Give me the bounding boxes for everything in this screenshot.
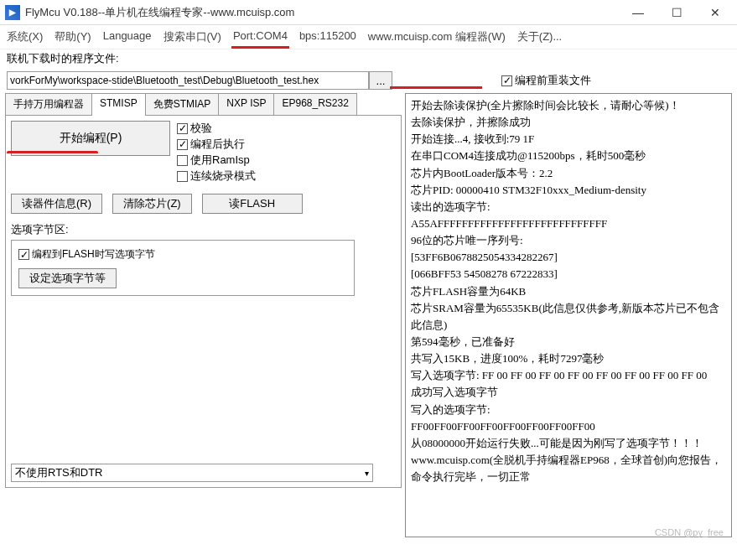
file-label: 联机下载时的程序文件: [0, 49, 737, 70]
log-line: 成功写入选项字节 [411, 384, 726, 401]
log-line: 开始连接...4, 接收到:79 1F [411, 131, 726, 148]
menu-language[interactable]: Language [103, 29, 152, 44]
tab-handheld[interactable]: 手持万用编程器 [5, 93, 92, 115]
checkmark-icon: ✓ [177, 139, 188, 150]
erase-chip-button[interactable]: 清除芯片(Z) [112, 194, 192, 214]
tab-nxpisp[interactable]: NXP ISP [218, 93, 274, 115]
log-output[interactable]: 开始去除读保护(全片擦除时间会比较长，请耐心等候)！ 去除读保护，并擦除成功 开… [405, 93, 732, 537]
browse-button[interactable]: ... [369, 71, 392, 90]
log-line: 写入的选项字节: [411, 402, 726, 418]
option-bytes-label: 选项字节区: [11, 222, 396, 237]
log-line: 96位的芯片唯一序列号: [411, 232, 726, 249]
use-ramisp-checkbox[interactable]: 使用RamIsp [177, 153, 256, 168]
window-title: FlyMcu V0.188--单片机在线编程专家--www.mcuisp.com [25, 5, 626, 20]
log-line: 芯片SRAM容量为65535KB(此信息仅供参考,新版本芯片已不包含此信息) [411, 300, 726, 334]
reinstall-checkbox[interactable]: ✓ 编程前重装文件 [501, 73, 591, 88]
write-option-bytes-checkbox[interactable]: ✓编程到FLASH时写选项字节 [18, 247, 347, 262]
menu-about[interactable]: 关于(Z)... [517, 29, 562, 44]
log-line: 芯片PID: 00000410 STM32F10xxx_Medium-densi… [411, 182, 726, 199]
log-line: A55AFFFFFFFFFFFFFFFFFFFFFFFFFFFF [411, 215, 726, 232]
log-line: 开始去除读保护(全片擦除时间会比较长，请耐心等候)！ [411, 97, 726, 114]
app-logo-icon: ▶ [5, 5, 20, 20]
log-line: 在串口COM4连接成功@115200bps，耗时500毫秒 [411, 148, 726, 164]
log-line: 去除读保护，并擦除成功 [411, 114, 726, 131]
tab-stmisp[interactable]: STMISP [91, 93, 146, 115]
log-line: 芯片FLASH容量为64KB [411, 283, 726, 300]
start-program-button[interactable]: 开始编程(P) [11, 121, 170, 156]
tab-ep968[interactable]: EP968_RS232 [273, 93, 356, 115]
log-line: 芯片内BootLoader版本号：2.2 [411, 165, 726, 182]
tab-stmiap[interactable]: 免费STMIAP [145, 93, 220, 115]
chevron-down-icon: ▾ [365, 469, 369, 478]
log-line: [066BFF53 54508278 67222833] [411, 266, 726, 283]
menu-search-port[interactable]: 搜索串口(V) [163, 29, 221, 44]
maximize-button[interactable]: ☐ [665, 3, 688, 22]
set-option-bytes-button[interactable]: 设定选项字节等 [18, 268, 117, 288]
read-device-info-button[interactable]: 读器件信息(R) [11, 194, 102, 214]
continuous-checkbox[interactable]: 连续烧录模式 [177, 169, 256, 184]
log-line: [53FF6B0678825054334282267] [411, 249, 726, 266]
watermark: CSDN @py_free [655, 527, 724, 537]
verify-checkbox[interactable]: ✓校验 [177, 121, 256, 136]
minimize-button[interactable]: — [626, 3, 650, 22]
close-button[interactable]: ✕ [703, 3, 727, 22]
menu-help[interactable]: 帮助(Y) [54, 29, 91, 44]
checkmark-icon: ✓ [177, 123, 188, 134]
log-line: www.mcuisp.com(全脱机手持编程器EP968，全球首创)向您报告，命… [411, 452, 726, 485]
log-line: 写入选项字节: FF 00 FF 00 FF 00 FF 00 FF 00 FF… [411, 367, 726, 384]
reinstall-label: 编程前重装文件 [515, 73, 591, 88]
log-line: 从08000000开始运行失败...可能是因为刚写了选项字节！！！ [411, 435, 726, 452]
log-line: 读出的选项字节: [411, 199, 726, 215]
log-line: FF00FF00FF00FF00FF00FF00FF00FF00 [411, 418, 726, 435]
menu-port[interactable]: Port:COM4 [233, 29, 288, 44]
dtr-rts-select[interactable]: 不使用RTS和DTR ▾ [11, 464, 373, 482]
menu-system[interactable]: 系统(X) [7, 29, 43, 44]
firmware-path-input[interactable] [7, 71, 369, 90]
log-line: 共写入15KB，进度100%，耗时7297毫秒 [411, 350, 726, 367]
checkmark-icon: ✓ [18, 249, 29, 260]
menu-programmer[interactable]: www.mcuisp.com 编程器(W) [368, 29, 506, 44]
dtr-rts-value: 不使用RTS和DTR [15, 465, 102, 480]
read-flash-button[interactable]: 读FLASH [202, 194, 303, 214]
checkmark-icon: ✓ [501, 75, 512, 86]
run-after-checkbox[interactable]: ✓编程后执行 [177, 137, 256, 152]
menu-bps[interactable]: bps:115200 [299, 29, 356, 44]
log-line: 第594毫秒，已准备好 [411, 334, 726, 350]
